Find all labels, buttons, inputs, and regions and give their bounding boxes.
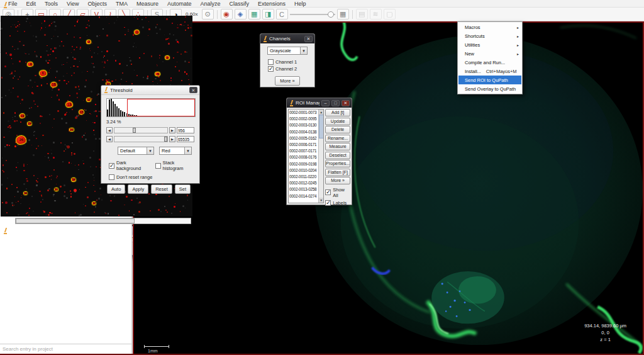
roi-manager-titlebar[interactable]: ROI Manager – □ ✕ [287,98,352,108]
roi-outline[interactable]: 23 [69,128,74,132]
delete-button[interactable]: Delete [325,126,350,133]
menu-objects[interactable]: Objects [83,0,111,8]
checkbox-box[interactable] [268,66,274,72]
minimize-icon[interactable]: – [321,100,330,106]
roi-outline[interactable]: 18 [50,82,57,87]
deselect-button[interactable]: Deselect [325,152,350,159]
checkbox-box[interactable] [268,59,274,65]
stack-histogram-checkbox[interactable]: Stack histogram [155,160,194,171]
menu-item-macros[interactable]: Macros▸ [458,23,521,31]
slider-thumb[interactable] [133,128,136,133]
update-button[interactable]: Update [325,118,350,125]
slider-left-arrow[interactable]: ◀ [106,127,113,133]
slider-left-arrow[interactable]: ◀ [106,136,113,142]
roi-outline[interactable]: 34 [71,178,76,182]
roi-outline[interactable]: 37 [92,201,96,205]
channels-titlebar[interactable]: Channels ✕ [260,34,314,43]
menu-item-send-roi-to-qupath[interactable]: Send ROI to QuPath [458,76,521,84]
search-input[interactable] [0,344,131,354]
show-detections-button[interactable]: ▦ [248,9,260,20]
menu-item-new[interactable]: New▸ [458,49,521,58]
menu-tools[interactable]: Tools [40,0,62,8]
menu-item-utilities[interactable]: Utilities▸ [458,40,521,49]
channel-scrollbar[interactable] [15,218,191,224]
viewer[interactable]: 1mm 934.14, 9839.60 µm 0, 0 z = 1 [133,21,644,355]
scrollbar-thumb[interactable] [16,218,135,223]
rename-button[interactable]: Rename... [325,135,350,142]
slider-right-arrow[interactable]: ▶ [169,127,175,133]
checkbox-box[interactable] [325,200,331,206]
checkbox-box[interactable] [109,163,114,169]
menu-analyze[interactable]: Analyze [196,0,225,8]
checkbox-box[interactable] [109,174,114,180]
menu-classify[interactable]: Classify [225,0,254,8]
dont-reset-range-checkbox[interactable]: Don't reset range [109,174,194,180]
menu-item-shortcuts[interactable]: Shortcuts▸ [458,31,521,40]
slider-right-arrow[interactable]: ▶ [169,136,175,142]
roi-list-scrollbar[interactable]: ▲ ▼ [318,110,323,203]
min-threshold-value[interactable] [177,127,194,133]
roi-outline[interactable]: 24 [27,121,32,126]
roi-outline[interactable]: 12 [86,98,91,102]
channel-mode-select[interactable]: Grayscale ▼ [267,47,308,55]
threshold-titlebar[interactable]: Threshold ✕ [101,86,199,95]
fill-detections-button[interactable]: ◨ [262,9,274,20]
labels-checkbox[interactable]: Labels [325,200,350,206]
show-annotations-button[interactable]: ◉ [221,9,233,20]
menu-edit[interactable]: Edit [22,0,41,8]
menu-tma[interactable]: TMA [111,0,132,8]
flatten-f-button[interactable]: Flatten [F] [325,169,350,176]
magnifier-button[interactable]: ⊙ [202,9,214,20]
method-select[interactable]: Default ▼ [118,147,154,155]
menu-view[interactable]: View [62,0,83,8]
reset-button[interactable]: Reset [151,184,172,194]
apply-button[interactable]: Apply [128,184,148,194]
show-all-checkbox[interactable]: Show All [325,187,350,198]
scrollbar-thumb[interactable] [319,115,324,138]
roi-outline[interactable]: 6 [39,70,47,77]
roi-outline[interactable]: 4 [27,62,33,67]
menu-help[interactable]: Help [290,0,311,8]
roi-outline[interactable]: 19 [19,113,25,118]
slider-thumb[interactable] [164,137,167,142]
roi-list[interactable]: 0002-0001-00730002-0002-00950002-0003-01… [288,109,324,203]
roi-outline[interactable]: 2 [86,40,91,44]
properties-button[interactable]: Properties... [325,160,350,167]
menu-automate[interactable]: Automate [163,0,196,8]
roi-outline[interactable]: 36 [23,191,28,195]
measure-button[interactable]: Measure [325,143,350,150]
close-icon[interactable]: ✕ [341,100,350,106]
slider-knob[interactable] [328,11,334,18]
max-threshold-value[interactable] [177,136,194,142]
roi-outline[interactable]: 35 [54,188,58,191]
menu-item-send-overlay-to-qupath[interactable]: Send Overlay to QuPath [458,84,521,93]
display-mode-select[interactable]: Red ▼ [159,147,192,155]
auto-button[interactable]: Auto [107,184,125,194]
scroll-down-icon[interactable]: ▼ [319,198,323,203]
slider-track[interactable] [114,136,168,142]
channel-2-checkbox[interactable]: Channel 2 [268,66,309,72]
set-button[interactable]: Set [175,184,191,194]
roi-outline[interactable]: 5 [155,72,160,77]
show-tma-grid-button[interactable]: ◈ [235,9,247,20]
checkbox-box[interactable] [325,189,331,195]
add-t-button[interactable]: Add [t] [325,109,350,116]
dark-background-checkbox[interactable]: Dark background [109,160,150,171]
close-icon[interactable]: ✕ [304,36,313,42]
menu-item-install[interactable]: Install...Ctrl+Mayús+M [458,67,521,76]
channel-1-checkbox[interactable]: Channel 1 [268,59,309,65]
roi-outline[interactable]: 15 [79,110,84,115]
show-grid-button[interactable]: ▦ [337,9,349,20]
more-button[interactable]: More » [325,177,350,184]
menu-extensions[interactable]: Extensions [253,0,290,8]
roi-outline[interactable]: 26 [16,135,26,144]
show-connections-button[interactable]: C [276,9,288,20]
roi-outline[interactable]: 3 [165,55,170,60]
channels-more-button[interactable]: More » [275,76,300,86]
roi-outline[interactable]: 1 [134,30,140,35]
menu-measure[interactable]: Measure [132,0,163,8]
opacity-slider[interactable] [290,10,335,19]
checkbox-box[interactable] [155,163,161,169]
slider-track[interactable] [114,127,168,133]
maximize-icon[interactable]: □ [331,100,340,106]
